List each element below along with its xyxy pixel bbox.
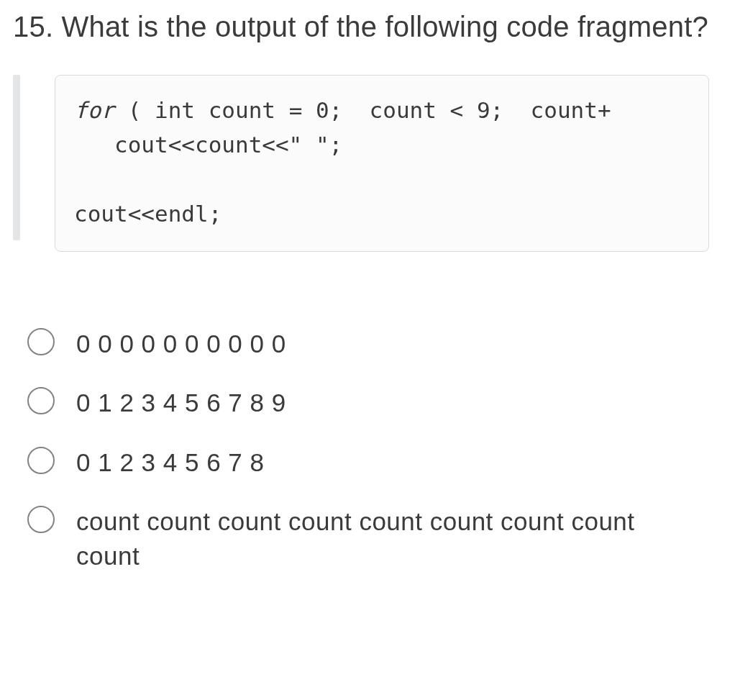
option-row-3[interactable]: count count count count count count coun… <box>27 504 722 574</box>
radio-button[interactable] <box>27 328 55 355</box>
option-label: count count count count count count coun… <box>76 504 673 574</box>
code-content: for ( int count = 0; count < 9; count+ c… <box>74 93 695 231</box>
options-list: 0 0 0 0 0 0 0 0 0 0 0 1 2 3 4 5 6 7 8 9 … <box>13 327 722 573</box>
option-row-0[interactable]: 0 0 0 0 0 0 0 0 0 0 <box>27 327 722 361</box>
quote-bar <box>13 75 20 240</box>
option-label: 0 0 0 0 0 0 0 0 0 0 <box>76 327 286 361</box>
option-row-1[interactable]: 0 1 2 3 4 5 6 7 8 9 <box>27 386 722 420</box>
radio-button[interactable] <box>27 506 55 533</box>
code-line-2: cout<<count<<" "; <box>74 132 342 158</box>
radio-icon <box>27 447 55 474</box>
question-page: 15. What is the output of the following … <box>0 0 735 611</box>
option-label: 0 1 2 3 4 5 6 7 8 9 <box>76 386 286 420</box>
radio-button[interactable] <box>27 387 55 414</box>
code-box: for ( int count = 0; count < 9; count+ c… <box>55 75 709 252</box>
radio-button[interactable] <box>27 447 55 474</box>
question-text: 15. What is the output of the following … <box>13 7 722 46</box>
code-line-3: cout<<endl; <box>74 201 222 227</box>
option-row-2[interactable]: 0 1 2 3 4 5 6 7 8 <box>27 445 722 480</box>
radio-icon <box>27 506 55 533</box>
code-keyword-for: for <box>74 97 114 123</box>
code-line-1: ( int count = 0; count < 9; count+ <box>114 97 611 123</box>
option-label: 0 1 2 3 4 5 6 7 8 <box>76 445 264 480</box>
quote-bar-col <box>13 75 55 276</box>
radio-icon <box>27 387 55 414</box>
radio-icon <box>27 328 55 355</box>
code-block-wrap: for ( int count = 0; count < 9; count+ c… <box>13 75 722 276</box>
